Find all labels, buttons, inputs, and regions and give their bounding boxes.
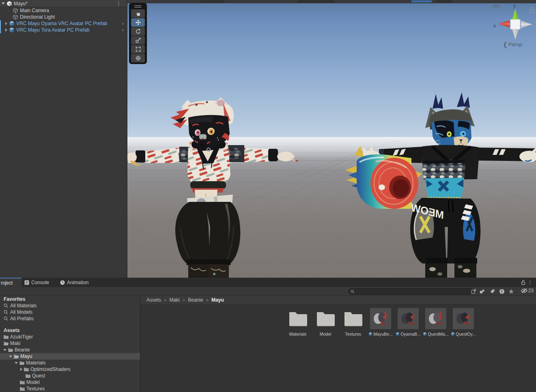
asset-grid: Materials Model Textures [140,304,536,392]
project-browser: Favorites All Materials All Models All P… [0,296,536,392]
scene-header-row[interactable]: Mayu* ⋮ [0,0,127,7]
hierarchy-panel: Mayu* ⋮ Main Camera Directional Light VR… [0,0,127,278]
collapse-triangle-icon[interactable] [9,356,12,358]
tree-item-materials[interactable]: Materials [0,360,140,366]
gizmo-x-axis[interactable]: x [493,20,510,29]
projection-label[interactable]: ❮ Persp [503,41,522,47]
asset-prefab-oyamabeanie[interactable]: OyamaB... [394,308,422,336]
tab-label: Animation [67,280,88,285]
axis-x-label: x [493,23,496,29]
collapse-triangle-icon[interactable] [2,2,5,4]
tree-item-model[interactable]: Model [0,379,140,386]
tab-project[interactable]: roject [0,278,22,287]
breadcrumb-separator: > [183,298,185,302]
persp-text: Persp [508,41,522,47]
asset-prefab-questmayu[interactable]: QuestMa... [422,308,450,336]
favorites-star-button[interactable] [507,288,515,295]
asset-prefab-mayubeanie[interactable]: MayuBe... [367,308,394,336]
breadcrumb-beanie[interactable]: Beanie [188,297,203,303]
asset-prefab-questoyama[interactable]: QuestOy... [450,308,477,336]
tree-item-beanie[interactable]: Beanie [0,347,140,353]
overlay-drag-handle[interactable] [130,4,146,8]
move-tool-button[interactable] [131,18,145,27]
prefab-indicator-bar [0,27,1,33]
prefab-open-chevron[interactable]: › [122,27,124,33]
gizmo-z-axis[interactable] [521,21,532,28]
scene-top-toolbar-sliver [127,0,536,3]
prefab-cube-icon [451,332,455,336]
asset-folder-materials[interactable]: Materials [284,308,312,336]
transform-tool-button[interactable] [131,54,145,62]
folder-tree: Favorites All Materials All Models All P… [0,296,140,392]
asset-folder-model[interactable]: Model [312,308,339,336]
prefab-cube-icon [423,332,427,336]
collapse-triangle-icon[interactable] [15,362,18,364]
scene-name: Mayu* [14,1,28,6]
closed-folder-icon [25,373,31,378]
breadcrumb-assets[interactable]: Assets [146,297,161,303]
orientation-gizmo[interactable]: y x ❮ [488,2,536,49]
unlocked-padlock-icon[interactable] [521,280,526,285]
hierarchy-item-oyama-prefab[interactable]: VRC Mayu Oyama VRC Avatar PC Prefab › [0,20,127,27]
scene-view[interactable]: MEOW [127,0,536,278]
scene-3d-world: MEOW [127,0,536,278]
beanie-thumbnail [370,308,391,329]
scene-tools-overlay[interactable] [129,3,146,64]
collapse-triangle-icon[interactable] [3,349,6,351]
search-by-label-button[interactable] [488,288,496,295]
search-in-window-button[interactable] [469,288,478,295]
expand-triangle-icon[interactable] [5,28,7,32]
tree-item-maki[interactable]: Maki [0,340,140,347]
favorite-all-prefabs[interactable]: All Prefabs [0,315,140,322]
move-icon [135,19,141,26]
hierarchy-item-main-camera[interactable]: Main Camera [0,7,127,14]
tree-item-textures[interactable]: Textures [0,386,140,392]
breadcrumb-maki[interactable]: Maki [169,297,179,303]
kebab-menu-icon[interactable]: ⋮ [527,279,533,285]
console-list-icon [24,280,29,285]
overlay-drag-handle[interactable] [493,5,499,7]
gizmo-y-axis[interactable]: y [512,3,519,20]
beanie-thumbnail [425,308,446,329]
breadcrumb-mayu[interactable]: Mayu [211,297,224,303]
kebab-menu-icon[interactable]: ⋮ [116,0,121,6]
gizmo-center-cube[interactable] [510,19,520,29]
scale-tool-button[interactable] [131,36,145,45]
rect-icon [135,46,141,52]
prefab-cube-icon [9,21,15,26]
expand-triangle-icon[interactable] [20,368,22,371]
unlocked-padlock-icon[interactable] [530,7,534,13]
tree-item-quest[interactable]: Quest [0,373,140,379]
search-input[interactable] [348,288,473,295]
search-icon [351,289,355,293]
scale-icon [135,37,141,43]
tree-item-optimizedshaders[interactable]: OptimizedShaders [0,366,140,373]
breadcrumb-separator: > [206,298,209,302]
tree-item-mayu-selected[interactable]: Mayu [0,353,140,360]
prefab-open-chevron[interactable]: › [122,20,124,26]
tab-console[interactable]: Console [24,278,49,287]
hand-tool-button[interactable] [131,9,145,18]
favorite-all-models[interactable]: All Models [0,309,140,315]
hierarchy-item-directional-light[interactable]: Directional Light [0,14,127,20]
asset-folder-textures[interactable]: Textures [339,308,367,336]
tree-item-azukitiger[interactable]: AzukiTiger [0,334,140,340]
favorites-header[interactable]: Favorites [0,296,140,302]
gizmo-down-axis[interactable] [512,28,519,40]
assets-header[interactable]: Assets [0,327,140,334]
closed-folder-icon [19,380,25,385]
favorite-all-materials[interactable]: All Materials [0,302,140,309]
breadcrumb[interactable]: Assets > Maki > Beanie > Mayu [140,296,536,304]
rotate-tool-button[interactable] [131,27,145,36]
search-icon [3,310,9,315]
tab-animation[interactable]: Animation [60,278,88,287]
closed-folder-icon [19,386,25,391]
search-field[interactable] [355,289,466,294]
expand-triangle-icon[interactable] [5,22,7,25]
beanie-thumbnail [453,308,474,329]
hidden-objects-counter[interactable]: 23 [521,288,534,293]
hierarchy-item-tora-prefab[interactable]: VRC Mayu Tora Avatar PC Prefab › [0,27,127,33]
search-by-type-button[interactable] [478,288,486,295]
alert-filter-button[interactable] [498,288,506,295]
rect-tool-button[interactable] [131,45,145,54]
